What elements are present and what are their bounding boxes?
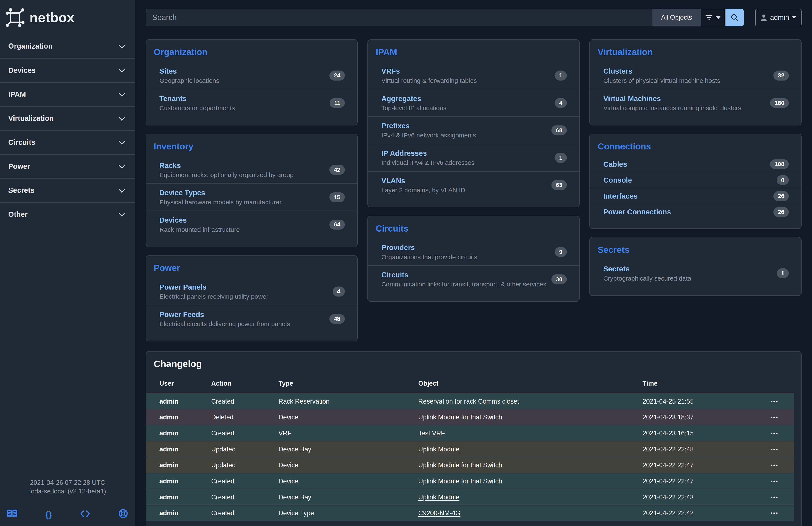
card-item-link[interactable]: Providers — [381, 243, 566, 252]
cell-user: admin — [146, 457, 207, 473]
cell-object: Uplink Module — [414, 441, 638, 457]
card-item-link[interactable]: Clusters — [604, 67, 788, 76]
cell-type: Device — [274, 457, 414, 473]
user-menu-button[interactable]: admin — [755, 9, 802, 26]
sidebar-item-other[interactable]: Other — [0, 202, 135, 226]
cell-type: Device Bay — [274, 441, 414, 457]
object-text: Uplink Module for that Switch — [418, 413, 502, 421]
chevron-down-icon — [118, 42, 125, 50]
row-menu-button[interactable]: ●●● — [766, 505, 794, 521]
changelog-row: adminCreatedDeviceUplink Module for that… — [146, 473, 794, 489]
object-link[interactable]: Test VRF — [418, 429, 445, 437]
row-menu-button[interactable]: ●●● — [766, 473, 794, 489]
object-link[interactable]: Uplink Module — [418, 445, 459, 453]
row-menu-button[interactable]: ●●● — [766, 489, 794, 505]
card-item-link[interactable]: Interfaces — [604, 191, 788, 201]
card-item-link[interactable]: Racks — [159, 161, 344, 170]
row-menu-button[interactable]: ●●● — [766, 409, 794, 425]
app: netbox OrganizationDevicesIPAMVirtualiza… — [0, 0, 812, 526]
cell-action: Created — [207, 393, 274, 409]
brand-link[interactable]: netbox — [0, 0, 135, 28]
card-item-link[interactable]: Aggregates — [381, 94, 566, 103]
card-item-link[interactable]: Power Panels — [159, 282, 344, 292]
cell-object: Test VRF — [414, 425, 638, 441]
object-text: Uplink Module for that Switch — [418, 478, 502, 485]
object-link[interactable]: Uplink Module — [418, 494, 459, 501]
count-badge: 32 — [773, 71, 789, 81]
card-item-link[interactable]: Cables — [604, 159, 788, 169]
card-item-link[interactable]: Virtual Machines — [604, 94, 788, 103]
count-badge: 0 — [777, 175, 789, 185]
card-item-circuits: CircuitsCommunication links for transit,… — [368, 265, 579, 293]
card-item-description: Electrical panels receiving utility powe… — [159, 293, 344, 301]
row-menu-button[interactable]: ●●● — [766, 425, 794, 441]
cell-type: Device Type — [274, 505, 414, 521]
card-organization: OrganizationSitesGeographic locations24T… — [146, 40, 358, 125]
main-area: All Objects admin OrganizationSitesGeogr… — [135, 0, 812, 526]
sidebar-item-devices[interactable]: Devices — [0, 58, 135, 82]
cell-time: 2021-04-22 22:43 — [638, 489, 766, 505]
changelog-header-row: UserActionTypeObjectTime — [146, 374, 794, 393]
card-item-link[interactable]: Secrets — [604, 264, 788, 273]
card-item-link[interactable]: Sites — [159, 67, 344, 76]
source-code-icon[interactable] — [80, 510, 90, 519]
search-input[interactable] — [146, 9, 652, 26]
help-lifering-icon[interactable] — [118, 509, 128, 520]
card-item-link[interactable]: Tenants — [159, 94, 344, 103]
card-item-link[interactable]: Circuits — [381, 270, 566, 280]
cell-type: Device — [274, 409, 414, 425]
row-menu-button[interactable]: ●●● — [766, 441, 794, 457]
cell-object: Uplink Module for that Switch — [414, 409, 638, 425]
search-scope-selector[interactable]: All Objects — [652, 9, 701, 26]
count-badge: 68 — [551, 125, 567, 135]
sidebar-item-circuits[interactable]: Circuits — [0, 130, 135, 154]
api-braces-icon[interactable]: {} — [45, 510, 52, 519]
sidebar-item-organization[interactable]: Organization — [0, 34, 135, 58]
object-link[interactable]: C9200-NM-4G — [418, 509, 460, 517]
count-badge: 26 — [773, 191, 789, 201]
card-item-ip-addresses: IP AddressesIndividual IPv4 & IPv6 addre… — [368, 144, 579, 171]
column-header-object: Object — [414, 374, 638, 393]
card-item-link[interactable]: Devices — [159, 215, 344, 225]
count-badge: 63 — [551, 180, 567, 190]
card-item-description: Clusters of physical virtual machine hos… — [604, 77, 788, 85]
card-item-link[interactable]: Power Connections — [604, 207, 788, 216]
row-menu-button[interactable]: ●●● — [766, 393, 794, 409]
object-link[interactable]: Reservation for rack Comms closet — [418, 398, 519, 405]
row-menu-button[interactable]: ●●● — [766, 457, 794, 473]
card-item-link[interactable]: VRFs — [381, 67, 566, 76]
sidebar-item-power[interactable]: Power — [0, 154, 135, 178]
card-item-device-types: Device TypesPhysical hardware models by … — [146, 183, 357, 211]
card-item-description: IPv4 & IPv6 network assignments — [381, 131, 566, 139]
card-item-link[interactable]: IP Addresses — [381, 148, 566, 158]
sidebar-item-secrets[interactable]: Secrets — [0, 178, 135, 202]
chevron-down-icon — [118, 186, 125, 195]
cell-user: admin — [146, 489, 207, 505]
search-filter-button[interactable] — [701, 9, 726, 26]
column-header-type: Type — [274, 374, 414, 393]
card-item-link[interactable]: Device Types — [159, 188, 344, 197]
count-badge: 48 — [330, 314, 345, 324]
changelog-row: adminCreatedDevice TypeC9200-NM-4G2021-0… — [146, 505, 794, 521]
user-menu-label: admin — [770, 14, 789, 22]
cell-type: Device — [274, 473, 414, 489]
card-item-link[interactable]: VLANs — [381, 176, 566, 185]
changelog-row: adminCreatedDevice BayUplink Module2021-… — [146, 489, 794, 505]
cell-user: admin — [146, 473, 207, 489]
sidebar-item-ipam[interactable]: IPAM — [0, 82, 135, 106]
chevron-down-icon — [118, 114, 125, 123]
count-badge: 108 — [770, 159, 789, 169]
card-item-link[interactable]: Prefixes — [381, 121, 566, 130]
search-button[interactable] — [726, 9, 744, 26]
card-title: Organization — [146, 40, 357, 62]
docs-book-icon[interactable] — [7, 509, 17, 520]
card-item-link[interactable]: Console — [604, 175, 788, 185]
sidebar-item-label: Circuits — [8, 138, 35, 146]
card-item-link[interactable]: Power Feeds — [159, 310, 344, 319]
search-group: All Objects — [146, 9, 744, 26]
sidebar-item-virtualization[interactable]: Virtualization — [0, 106, 135, 130]
card-title: IPAM — [368, 40, 579, 62]
cell-object: Reservation for rack Comms closet — [414, 393, 638, 409]
chevron-down-icon — [792, 16, 796, 19]
changelog-row: adminCreatedRack ReservationReservation … — [146, 393, 794, 409]
